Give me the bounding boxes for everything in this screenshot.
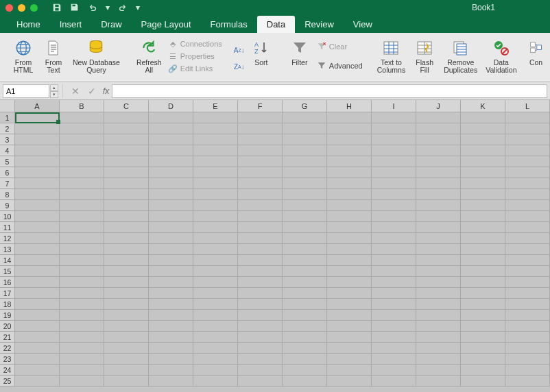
cell[interactable] <box>149 200 193 211</box>
cell[interactable] <box>372 299 416 310</box>
cell[interactable] <box>461 233 505 244</box>
cell[interactable] <box>461 244 505 255</box>
fx-label[interactable]: fx <box>103 86 109 96</box>
cell[interactable] <box>60 156 104 167</box>
undo-icon[interactable] <box>87 2 98 13</box>
cell[interactable] <box>238 321 283 332</box>
cell[interactable] <box>505 310 550 321</box>
cell[interactable] <box>104 156 149 167</box>
cell[interactable] <box>372 200 416 211</box>
column-header[interactable]: H <box>327 100 372 112</box>
row-header[interactable]: 14 <box>0 255 15 266</box>
sort-button[interactable]: AZ Sort <box>246 36 276 79</box>
cell[interactable] <box>283 288 327 299</box>
cell[interactable] <box>15 123 60 134</box>
cell[interactable] <box>193 189 238 200</box>
cell[interactable] <box>104 376 149 387</box>
cell[interactable] <box>193 134 238 145</box>
cell[interactable] <box>149 222 193 233</box>
cell[interactable] <box>416 365 461 376</box>
cell[interactable] <box>15 244 60 255</box>
cell[interactable] <box>149 189 193 200</box>
cell[interactable] <box>416 134 461 145</box>
row-header[interactable]: 23 <box>0 354 15 365</box>
cell[interactable] <box>505 156 550 167</box>
row-header[interactable]: 15 <box>0 266 15 277</box>
cell[interactable] <box>327 222 372 233</box>
cell[interactable] <box>60 310 104 321</box>
data-validation-button[interactable]: Data Validation <box>481 36 521 79</box>
cell[interactable] <box>149 134 193 145</box>
cell[interactable] <box>416 354 461 365</box>
cell[interactable] <box>327 244 372 255</box>
column-header[interactable]: I <box>372 100 416 112</box>
cell[interactable] <box>327 277 372 288</box>
cell[interactable] <box>372 288 416 299</box>
clear-filter-button[interactable]: Clear <box>315 41 365 52</box>
cell[interactable] <box>372 255 416 266</box>
cell[interactable] <box>193 233 238 244</box>
cell[interactable] <box>505 211 550 222</box>
cell[interactable] <box>104 244 149 255</box>
cell[interactable] <box>283 167 327 178</box>
cell[interactable] <box>283 310 327 321</box>
cell[interactable] <box>372 343 416 354</box>
cell[interactable] <box>283 145 327 156</box>
cell[interactable] <box>505 365 550 376</box>
cell[interactable] <box>60 222 104 233</box>
cell[interactable] <box>505 189 550 200</box>
cell[interactable] <box>416 321 461 332</box>
cell[interactable] <box>193 178 238 189</box>
cell[interactable] <box>104 266 149 277</box>
cell[interactable] <box>15 343 60 354</box>
from-text-button[interactable]: From Text <box>38 36 69 79</box>
cell[interactable] <box>238 156 283 167</box>
cell[interactable] <box>238 343 283 354</box>
cell[interactable] <box>283 233 327 244</box>
cell[interactable] <box>283 299 327 310</box>
cell[interactable] <box>149 365 193 376</box>
cell[interactable] <box>15 156 60 167</box>
cell[interactable] <box>15 321 60 332</box>
cell[interactable] <box>283 354 327 365</box>
remove-duplicates-button[interactable]: Remove Duplicates <box>440 36 481 79</box>
cell[interactable] <box>461 189 505 200</box>
cell[interactable] <box>104 222 149 233</box>
cell[interactable] <box>193 299 238 310</box>
cell[interactable] <box>193 266 238 277</box>
row-header[interactable]: 9 <box>0 200 15 211</box>
column-header[interactable]: B <box>60 100 104 112</box>
cell[interactable] <box>461 365 505 376</box>
cell[interactable] <box>149 145 193 156</box>
cell[interactable] <box>327 211 372 222</box>
cell[interactable] <box>416 123 461 134</box>
cancel-formula-icon[interactable]: ✕ <box>67 86 84 97</box>
cell[interactable] <box>283 376 327 387</box>
cell[interactable] <box>461 167 505 178</box>
cell[interactable] <box>104 134 149 145</box>
cell[interactable] <box>461 299 505 310</box>
cell[interactable] <box>327 343 372 354</box>
undo-dropdown-icon[interactable]: ▾ <box>105 2 110 13</box>
cell[interactable] <box>461 288 505 299</box>
row-header[interactable]: 21 <box>0 332 15 343</box>
cell[interactable] <box>461 277 505 288</box>
cell[interactable] <box>283 178 327 189</box>
cell[interactable] <box>327 266 372 277</box>
cell[interactable] <box>461 332 505 343</box>
cell[interactable] <box>104 200 149 211</box>
cell[interactable] <box>15 299 60 310</box>
cell[interactable] <box>505 332 550 343</box>
cell[interactable] <box>238 332 283 343</box>
cell[interactable] <box>327 310 372 321</box>
cell[interactable] <box>461 343 505 354</box>
filter-button[interactable]: Filter <box>285 36 315 79</box>
cell[interactable] <box>104 255 149 266</box>
cell[interactable] <box>193 167 238 178</box>
cell[interactable] <box>416 222 461 233</box>
cell[interactable] <box>149 211 193 222</box>
cell[interactable] <box>461 211 505 222</box>
cell[interactable] <box>327 255 372 266</box>
flash-fill-button[interactable]: Flash Fill <box>409 36 440 79</box>
row-header[interactable]: 17 <box>0 288 15 299</box>
